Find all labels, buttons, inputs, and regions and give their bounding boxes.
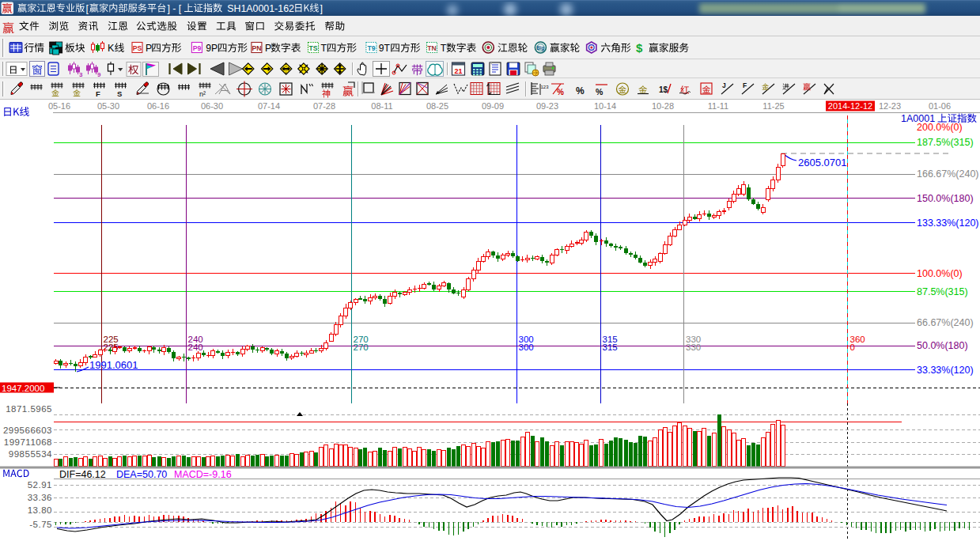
svg-text:J: J: [722, 81, 726, 89]
svg-text:150.0%(180): 150.0%(180): [917, 193, 974, 204]
svg-text:270: 270: [354, 342, 369, 352]
svg-text:2605.0701: 2605.0701: [798, 157, 846, 168]
svg-text:299566603: 299566603: [3, 426, 52, 435]
svg-text:PS: PS: [133, 44, 142, 52]
svg-text:PN: PN: [252, 44, 262, 52]
svg-text:315: 315: [603, 342, 618, 352]
svg-text:P: P: [265, 43, 271, 54]
svg-text:01-06: 01-06: [929, 101, 951, 111]
svg-text:05-30: 05-30: [97, 101, 119, 111]
svg-text:DEA=50.70: DEA=50.70: [116, 469, 167, 480]
svg-text:07-14: 07-14: [258, 101, 280, 111]
svg-text:9: 9: [97, 71, 101, 78]
svg-text:-5.75: -5.75: [29, 520, 52, 529]
svg-text:S: S: [117, 89, 122, 98]
svg-text:[: [: [85, 3, 89, 14]
svg-text:50.0%(180): 50.0%(180): [917, 340, 968, 351]
svg-text:TN: TN: [427, 44, 436, 52]
svg-text:87.5%(315): 87.5%(315): [917, 286, 968, 297]
svg-text:T9: T9: [367, 44, 375, 52]
svg-text:%: %: [557, 88, 564, 96]
svg-text:133.33%(120): 133.33%(120): [917, 218, 979, 229]
svg-text:1871.5965: 1871.5965: [6, 404, 52, 414]
svg-text:2014-12-12: 2014-12-12: [828, 101, 872, 111]
svg-text:%: %: [576, 85, 585, 96]
svg-text:P9: P9: [193, 44, 202, 52]
svg-text:] - [: ] - [: [167, 3, 181, 14]
svg-text:06-16: 06-16: [147, 101, 169, 111]
svg-text:3: 3: [79, 71, 83, 78]
svg-text:187.5%(315): 187.5%(315): [917, 137, 974, 148]
svg-text:SH1A0001-162: SH1A0001-162: [227, 3, 294, 14]
svg-text:1947.2000: 1947.2000: [2, 384, 44, 393]
svg-text:MACD=-9.16: MACD=-9.16: [174, 469, 232, 480]
svg-text:DIF=46.12: DIF=46.12: [59, 469, 106, 480]
svg-text:T: T: [321, 43, 327, 54]
svg-text:300: 300: [519, 342, 534, 352]
svg-text:21: 21: [454, 67, 462, 75]
svg-text:T: T: [441, 43, 447, 54]
svg-text:K: K: [108, 43, 115, 54]
svg-text:n²: n²: [199, 90, 206, 98]
svg-text:240: 240: [188, 342, 203, 352]
svg-text:06-30: 06-30: [201, 101, 223, 111]
svg-text:$: $: [636, 41, 643, 55]
svg-text:Big: Big: [536, 45, 544, 51]
svg-text:1A0001: 1A0001: [901, 113, 935, 124]
svg-text:TS: TS: [309, 44, 318, 52]
svg-text:09-09: 09-09: [482, 101, 504, 111]
svg-text:1991.0601: 1991.0601: [89, 359, 138, 371]
svg-text:1$: 1$: [659, 85, 668, 94]
svg-text:05-16: 05-16: [48, 101, 70, 111]
svg-text:F: F: [96, 89, 100, 98]
svg-text:199711068: 199711068: [4, 437, 52, 447]
svg-text:13.80: 13.80: [28, 505, 52, 515]
svg-text:0: 0: [850, 342, 855, 352]
svg-text:08-25: 08-25: [426, 101, 448, 111]
svg-text:08-11: 08-11: [371, 101, 392, 111]
svg-text:]: ]: [320, 3, 322, 14]
svg-text:10-28: 10-28: [652, 101, 674, 111]
svg-text:F: F: [743, 81, 747, 89]
svg-text:100.0%(0): 100.0%(0): [917, 268, 963, 279]
svg-text:330: 330: [686, 342, 701, 352]
svg-text:P: P: [146, 43, 152, 54]
svg-text:11-11: 11-11: [708, 101, 729, 111]
svg-text:09-23: 09-23: [536, 101, 558, 111]
svg-text:166.67%(240): 166.67%(240): [917, 168, 979, 180]
svg-text:33.33%(120): 33.33%(120): [917, 365, 974, 376]
svg-text:66.67%(240): 66.67%(240): [917, 317, 974, 328]
svg-text:12-23: 12-23: [879, 101, 901, 111]
svg-text:9P: 9P: [206, 43, 218, 54]
svg-text:07-28: 07-28: [313, 101, 335, 111]
svg-text:11-25: 11-25: [762, 101, 784, 111]
svg-text:10-14: 10-14: [594, 101, 616, 111]
svg-text:123: 123: [541, 85, 550, 89]
svg-text:99855534: 99855534: [9, 449, 52, 459]
svg-text:52.91: 52.91: [28, 480, 52, 490]
svg-text:33.36: 33.36: [28, 493, 52, 502]
svg-text:%: %: [596, 87, 604, 96]
svg-text:9T: 9T: [379, 43, 391, 54]
